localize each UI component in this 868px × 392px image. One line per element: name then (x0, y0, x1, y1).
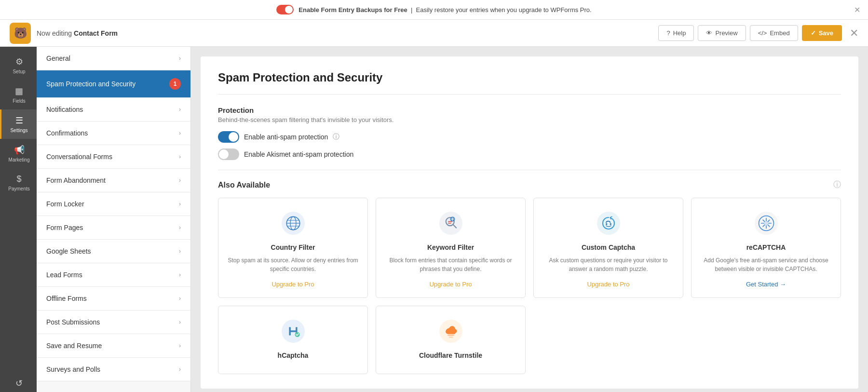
country-filter-desc: Stop spam at its source. Allow or deny e… (226, 256, 360, 273)
banner-close-icon[interactable]: ✕ (854, 5, 860, 14)
custom-captcha-icon (595, 210, 622, 237)
custom-captcha-desc: Ask custom questions or require your vis… (542, 256, 675, 273)
nav-item-spam-protection[interactable]: Spam Protection and Security 1 (37, 70, 190, 98)
sidebar-item-settings[interactable]: ☰ Settings (0, 109, 37, 139)
nav-item-google-sheets[interactable]: Google Sheets › (37, 240, 190, 263)
chevron-right-icon: › (179, 224, 181, 231)
antispam-toggle-row: Enable anti-spam protection ⓘ (218, 131, 841, 143)
app-logo: 🐻 (10, 23, 31, 44)
editing-label: Now editing Contact Form (37, 29, 118, 37)
fields-icon: ▦ (15, 86, 23, 96)
feature-cards-row2: hCaptcha Clou (218, 306, 841, 374)
chevron-right-icon: › (179, 201, 181, 207)
chevron-right-icon: › (179, 130, 181, 136)
nav-item-notifications[interactable]: Notifications › (37, 98, 190, 122)
country-filter-title: Country Filter (226, 243, 360, 251)
page-title: Spam Protection and Security (218, 71, 841, 95)
content-card: Spam Protection and Security Protection … (201, 56, 858, 389)
feature-card-country-filter: Country Filter Stop spam at its source. … (218, 198, 368, 298)
help-icon: ? (666, 29, 670, 37)
svg-rect-23 (448, 337, 453, 338)
top-banner: Enable Form Entry Backups for Free | Eas… (0, 0, 868, 20)
close-icon[interactable]: ✕ (850, 28, 858, 39)
main-header: 🐻 Now editing Contact Form ? Help 👁 Prev… (0, 20, 868, 47)
antispam-help-icon[interactable]: ⓘ (333, 133, 339, 141)
sidebar-item-history[interactable]: ↺ (0, 372, 37, 392)
antispam-toggle[interactable] (218, 131, 239, 143)
payments-icon: $ (16, 174, 21, 184)
save-button[interactable]: ✓ Save (802, 25, 842, 41)
badge-count: 1 (169, 78, 181, 90)
keyword-filter-desc: Block form entries that contain specific… (384, 256, 517, 273)
sidebar-item-marketing[interactable]: 📢 Marketing (0, 139, 37, 168)
empty-card-3 (533, 306, 683, 374)
country-filter-icon (280, 210, 307, 237)
sidebar-icons: ⚙ Setup ▦ Fields ☰ Settings 📢 Marketing … (0, 47, 37, 392)
recaptcha-get-started-link[interactable]: Get Started → (746, 281, 786, 288)
nav-item-conversational-forms[interactable]: Conversational Forms › (37, 145, 190, 169)
custom-captcha-title: Custom Captcha (542, 243, 675, 251)
marketing-icon: 📢 (14, 145, 25, 155)
history-icon: ↺ (15, 378, 23, 389)
keyword-filter-icon (437, 210, 464, 237)
akismet-toggle-row: Enable Akismet anti-spam protection (218, 149, 841, 160)
cloudflare-icon (437, 318, 464, 345)
settings-icon: ☰ (15, 115, 23, 126)
chevron-right-icon: › (179, 177, 181, 184)
app-layout: ⚙ Setup ▦ Fields ☰ Settings 📢 Marketing … (0, 47, 868, 392)
protection-section-title: Protection (218, 106, 841, 114)
setup-icon: ⚙ (15, 56, 23, 67)
nav-item-form-pages[interactable]: Form Pages › (37, 216, 190, 240)
protection-section: Protection Behind-the-scenes spam filter… (218, 106, 841, 160)
nav-item-lead-forms[interactable]: Lead Forms › (37, 263, 190, 287)
antispam-toggle-label: Enable anti-spam protection (244, 133, 328, 141)
cloudflare-title: Cloudflare Turnstile (384, 351, 517, 359)
chevron-right-icon: › (179, 319, 181, 325)
nav-item-save-and-resume[interactable]: Save and Resume › (37, 334, 190, 358)
feature-card-keyword-filter: Keyword Filter Block form entries that c… (376, 198, 526, 298)
main-content: Spam Protection and Security Protection … (191, 47, 868, 392)
nav-item-offline-forms[interactable]: Offline Forms › (37, 287, 190, 311)
sidebar-item-payments[interactable]: $ Payments (0, 168, 37, 197)
nav-item-confirmations[interactable]: Confirmations › (37, 122, 190, 145)
chevron-right-icon: › (179, 366, 181, 373)
nav-item-general[interactable]: General › (37, 47, 190, 70)
chevron-right-icon: › (179, 248, 181, 255)
also-available-header: Also Available ⓘ (218, 180, 841, 190)
check-icon: ✓ (811, 29, 816, 37)
hcaptcha-icon (280, 318, 307, 345)
preview-icon: 👁 (706, 29, 712, 37)
nav-item-form-locker[interactable]: Form Locker › (37, 192, 190, 216)
help-button[interactable]: ? Help (658, 25, 694, 41)
akismet-toggle-label: Enable Akismet anti-spam protection (244, 150, 353, 158)
chevron-right-icon: › (179, 295, 181, 302)
nav-item-post-submissions[interactable]: Post Submissions › (37, 311, 190, 334)
svg-point-15 (606, 223, 607, 225)
chevron-right-icon: › (179, 106, 181, 113)
feature-card-hcaptcha: hCaptcha (218, 306, 368, 374)
svg-rect-22 (448, 335, 454, 336)
also-available-title: Also Available (218, 181, 270, 189)
banner-toggle[interactable] (276, 5, 294, 14)
embed-button[interactable]: </> Embed (750, 25, 798, 41)
feature-card-custom-captcha: Custom Captcha Ask custom questions or r… (533, 198, 683, 298)
feature-cards-row1: Country Filter Stop spam at its source. … (218, 198, 841, 298)
sidebar-item-setup[interactable]: ⚙ Setup (0, 51, 37, 80)
svg-point-14 (597, 212, 620, 235)
sidebar-item-fields[interactable]: ▦ Fields (0, 80, 37, 109)
akismet-toggle[interactable] (218, 149, 239, 160)
nav-item-form-abandonment[interactable]: Form Abandonment › (37, 169, 190, 192)
chevron-right-icon: › (179, 342, 181, 349)
chevron-right-icon: › (179, 55, 181, 62)
hcaptcha-title: hCaptcha (226, 351, 360, 359)
preview-button[interactable]: 👁 Preview (698, 25, 746, 41)
custom-captcha-upgrade-link[interactable]: Upgrade to Pro (587, 281, 629, 288)
header-actions: ? Help 👁 Preview </> Embed ✓ Save ✕ (658, 25, 858, 41)
country-filter-upgrade-link[interactable]: Upgrade to Pro (271, 281, 314, 288)
recaptcha-desc: Add Google's free anti-spam service and … (699, 256, 833, 273)
svg-point-16 (610, 223, 611, 225)
empty-card-4 (691, 306, 841, 374)
feature-card-cloudflare: Cloudflare Turnstile (376, 306, 526, 374)
nav-item-surveys-and-polls[interactable]: Surveys and Polls › (37, 358, 190, 381)
keyword-filter-upgrade-link[interactable]: Upgrade to Pro (429, 281, 472, 288)
